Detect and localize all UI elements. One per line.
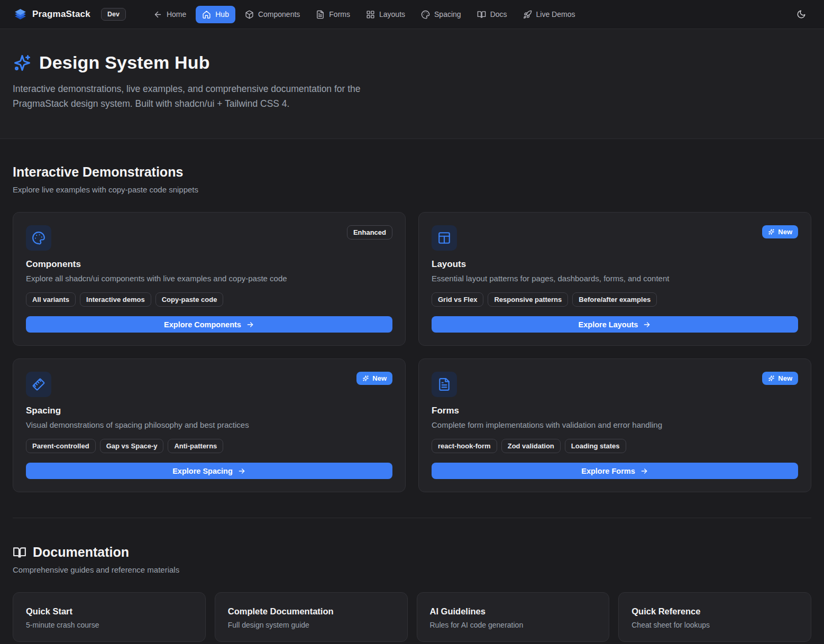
demos-subtitle: Explore live examples with copy-paste co… <box>13 185 811 194</box>
nav-item-forms[interactable]: Forms <box>309 6 356 23</box>
card-title: Layouts <box>432 259 798 270</box>
docs-subtitle: Comprehensive guides and reference mater… <box>13 565 811 574</box>
nav-item-spacing[interactable]: Spacing <box>415 6 468 23</box>
docs-title: Documentation <box>33 545 129 560</box>
feature-tag: Copy-paste code <box>155 292 224 307</box>
arrow-right-icon <box>237 467 246 475</box>
arrow-right-icon <box>640 467 648 475</box>
sparkles-icon <box>362 375 369 382</box>
feature-tag: Zod validation <box>501 439 561 453</box>
sparkles-icon <box>13 53 32 72</box>
nav-items: Home Hub Components Forms Layouts Spacin… <box>147 6 582 23</box>
sparkles-icon <box>768 375 775 382</box>
doc-card-title: Quick Reference <box>631 606 798 617</box>
demo-card-layouts: New Layouts Essential layout patterns fo… <box>418 212 811 346</box>
explore-components-button[interactable]: Explore Components <box>26 316 392 333</box>
status-badge: New <box>762 225 798 238</box>
main-content: Interactive Demonstrations Explore live … <box>0 139 824 642</box>
card-icon-tile <box>432 372 457 397</box>
doc-card-description: 5-minute crash course <box>26 621 193 629</box>
card-tags: Grid vs Flex Responsive patterns Before/… <box>432 292 798 307</box>
book-open-icon <box>477 10 486 19</box>
layout-grid-icon <box>366 10 375 19</box>
brand-name: PragmaStack <box>32 9 90 20</box>
demos-title: Interactive Demonstrations <box>13 164 811 180</box>
box-icon <box>245 10 254 19</box>
doc-card-quick-reference[interactable]: Quick Reference Cheat sheet for lookups <box>618 592 811 642</box>
feature-tag: Before/after examples <box>572 292 657 307</box>
file-text-icon <box>316 10 325 19</box>
feature-tag: Parent-controlled <box>26 439 96 453</box>
hero: Design System Hub Interactive demonstrat… <box>0 29 824 139</box>
demo-card-spacing: New Spacing Visual demonstrations of spa… <box>13 358 406 492</box>
card-tags: Parent-controlled Gap vs Space-y Anti-pa… <box>26 439 392 453</box>
card-icon-tile <box>432 225 457 251</box>
arrow-left-icon <box>153 10 162 19</box>
doc-card-grid: Quick Start 5-minute crash course Comple… <box>13 592 811 642</box>
nav-item-components[interactable]: Components <box>239 6 306 23</box>
palette-icon <box>421 10 430 19</box>
doc-card-complete-documentation[interactable]: Complete Documentation Full design syste… <box>215 592 408 642</box>
card-icon-tile <box>26 225 51 251</box>
demos-section: Interactive Demonstrations Explore live … <box>13 139 811 492</box>
nav-item-hub[interactable]: Hub <box>196 6 235 23</box>
doc-card-title: Complete Documentation <box>228 606 395 617</box>
card-title: Components <box>26 259 392 270</box>
brand[interactable]: PragmaStack Dev <box>14 8 126 21</box>
page-title: Design System Hub <box>39 52 210 73</box>
demo-card-components: Enhanced Components Explore all shadcn/u… <box>13 212 406 346</box>
card-tags: react-hook-form Zod validation Loading s… <box>432 439 798 453</box>
card-description: Essential layout patterns for pages, das… <box>432 274 798 283</box>
explore-forms-button[interactable]: Explore Forms <box>432 463 798 479</box>
doc-card-title: AI Guidelines <box>430 606 597 617</box>
docs-section: Documentation Comprehensive guides and r… <box>13 518 811 642</box>
doc-card-ai-guidelines[interactable]: AI Guidelines Rules for AI code generati… <box>417 592 610 642</box>
navbar: PragmaStack Dev Home Hub Components Form… <box>0 0 824 29</box>
card-description: Visual demonstrations of spacing philoso… <box>26 420 392 429</box>
nav-item-live-demos[interactable]: Live Demos <box>517 6 582 23</box>
feature-tag: Responsive patterns <box>488 292 568 307</box>
feature-tag: Loading states <box>565 439 626 453</box>
book-open-icon <box>13 546 26 559</box>
doc-card-description: Rules for AI code generation <box>430 621 597 629</box>
file-text-icon <box>437 378 451 391</box>
nav-item-docs[interactable]: Docs <box>471 6 514 23</box>
explore-spacing-button[interactable]: Explore Spacing <box>26 463 392 479</box>
card-tags: All variants Interactive demos Copy-past… <box>26 292 392 307</box>
palette-icon <box>32 231 45 245</box>
moon-icon <box>796 10 806 19</box>
arrow-right-icon <box>643 320 651 329</box>
page-description: Interactive demonstrations, live example… <box>13 81 404 111</box>
status-badge: New <box>356 372 392 385</box>
feature-tag: Anti-patterns <box>168 439 223 453</box>
feature-tag: All variants <box>26 292 76 307</box>
card-description: Explore all shadcn/ui components with li… <box>26 274 392 283</box>
status-badge: New <box>762 372 798 385</box>
sparkles-icon <box>768 228 775 235</box>
status-badge: Enhanced <box>347 225 392 240</box>
feature-tag: Gap vs Space-y <box>100 439 164 453</box>
layers-logo-icon <box>14 8 27 21</box>
doc-card-quick-start[interactable]: Quick Start 5-minute crash course <box>13 592 206 642</box>
ruler-icon <box>32 378 45 391</box>
panel-top-icon <box>437 231 451 245</box>
doc-card-description: Full design system guide <box>228 621 395 629</box>
demo-card-forms: New Forms Complete form implementations … <box>418 358 811 492</box>
feature-tag: Interactive demos <box>80 292 151 307</box>
doc-card-description: Cheat sheet for lookups <box>631 621 798 629</box>
theme-toggle-button[interactable] <box>792 5 810 23</box>
card-icon-tile <box>26 372 51 397</box>
rocket-icon <box>523 10 532 19</box>
explore-layouts-button[interactable]: Explore Layouts <box>432 316 798 333</box>
nav-item-layouts[interactable]: Layouts <box>360 6 411 23</box>
feature-tag: react-hook-form <box>432 439 497 453</box>
arrow-right-icon <box>246 320 254 329</box>
doc-card-title: Quick Start <box>26 606 193 617</box>
card-title: Forms <box>432 406 798 416</box>
card-title: Spacing <box>26 406 392 416</box>
house-icon <box>202 10 211 19</box>
feature-tag: Grid vs Flex <box>432 292 483 307</box>
card-description: Complete form implementations with valid… <box>432 420 798 429</box>
demo-card-grid: Enhanced Components Explore all shadcn/u… <box>13 212 811 492</box>
nav-item-home[interactable]: Home <box>147 6 193 23</box>
